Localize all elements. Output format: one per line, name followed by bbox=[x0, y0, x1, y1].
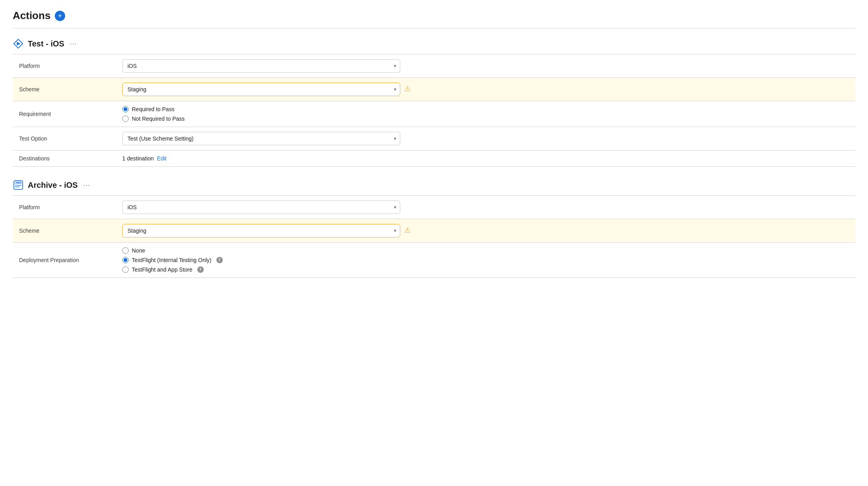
config-table-archive-ios: PlatformiOSmacOStvOSwatchOS▾SchemeStagin… bbox=[13, 195, 855, 278]
warning-icon: ⚠ bbox=[404, 226, 411, 235]
page-title: Actions bbox=[13, 10, 50, 22]
radio-item[interactable]: TestFlight (Internal Testing Only)? bbox=[122, 257, 849, 263]
radio-label: TestFlight (Internal Testing Only) bbox=[132, 257, 212, 263]
section-title-test-ios: Test - iOS bbox=[28, 39, 64, 48]
select-scheme[interactable]: StagingDevelopmentProduction bbox=[122, 83, 400, 96]
add-action-button[interactable]: + bbox=[54, 10, 66, 21]
table-row: PlatformiOSmacOStvOSwatchOS▾ bbox=[13, 54, 855, 78]
row-label: Scheme bbox=[13, 78, 116, 101]
radio-input[interactable] bbox=[122, 257, 129, 263]
select-wrapper: iOSmacOStvOSwatchOS▾ bbox=[122, 59, 400, 73]
row-value: iOSmacOStvOSwatchOS▾ bbox=[116, 54, 855, 78]
select-wrapper: StagingDevelopmentProduction▾ bbox=[122, 224, 400, 237]
row-label: Test Option bbox=[13, 127, 116, 150]
radio-group: Required to PassNot Required to Pass bbox=[122, 106, 849, 122]
radio-item[interactable]: None bbox=[122, 247, 849, 254]
help-icon[interactable]: ? bbox=[197, 266, 204, 273]
select-platform[interactable]: iOSmacOStvOSwatchOS bbox=[122, 59, 400, 73]
row-value: StagingDevelopmentProduction▾⚠ bbox=[116, 219, 855, 243]
row-label: Platform bbox=[13, 54, 116, 78]
section-header-test-ios: Test - iOS··· bbox=[13, 38, 855, 49]
config-table-test-ios: PlatformiOSmacOStvOSwatchOS▾SchemeStagin… bbox=[13, 54, 855, 167]
table-row: RequirementRequired to PassNot Required … bbox=[13, 101, 855, 127]
destinations-text: 1 destination bbox=[122, 155, 155, 162]
radio-input[interactable] bbox=[122, 116, 129, 122]
row-value: 1 destination Edit bbox=[116, 150, 855, 167]
radio-label: TestFlight and App Store bbox=[132, 266, 193, 273]
section-header-archive-ios: ARCH Archive - iOS··· bbox=[13, 179, 855, 191]
radio-label: None bbox=[132, 247, 145, 254]
test-icon bbox=[13, 38, 24, 49]
radio-label: Not Required to Pass bbox=[132, 116, 185, 122]
section-archive-ios: ARCH Archive - iOS···PlatformiOSmacOStvO… bbox=[13, 179, 855, 278]
table-row: PlatformiOSmacOStvOSwatchOS▾ bbox=[13, 196, 855, 219]
row-value: Test (Use Scheme Setting)Build for Testi… bbox=[116, 127, 855, 150]
row-value: Required to PassNot Required to Pass bbox=[116, 101, 855, 127]
warning-icon: ⚠ bbox=[404, 85, 411, 93]
header-divider bbox=[13, 28, 855, 29]
row-label: Destinations bbox=[13, 150, 116, 167]
table-row: Destinations1 destination Edit bbox=[13, 150, 855, 167]
select-wrapper: Test (Use Scheme Setting)Build for Testi… bbox=[122, 132, 400, 145]
radio-item[interactable]: Required to Pass bbox=[122, 106, 849, 112]
select-wrapper: iOSmacOStvOSwatchOS▾ bbox=[122, 201, 400, 214]
radio-group: NoneTestFlight (Internal Testing Only)?T… bbox=[122, 247, 849, 273]
row-value: StagingDevelopmentProduction▾⚠ bbox=[116, 78, 855, 101]
radio-input[interactable] bbox=[122, 106, 129, 112]
select-scheme[interactable]: StagingDevelopmentProduction bbox=[122, 224, 400, 237]
row-label: Deployment Preparation bbox=[13, 243, 116, 278]
row-label: Requirement bbox=[13, 101, 116, 127]
radio-item[interactable]: Not Required to Pass bbox=[122, 116, 849, 122]
svg-text:ARCH: ARCH bbox=[16, 182, 21, 184]
table-row: SchemeStagingDevelopmentProduction▾⚠ bbox=[13, 78, 855, 101]
radio-input[interactable] bbox=[122, 266, 129, 273]
sections-container: Test - iOS···PlatformiOSmacOStvOSwatchOS… bbox=[13, 38, 855, 278]
help-icon[interactable]: ? bbox=[216, 257, 223, 263]
radio-label: Required to Pass bbox=[132, 106, 174, 112]
radio-input[interactable] bbox=[122, 247, 129, 254]
table-row: Test OptionTest (Use Scheme Setting)Buil… bbox=[13, 127, 855, 150]
table-row: SchemeStagingDevelopmentProduction▾⚠ bbox=[13, 219, 855, 243]
row-label: Scheme bbox=[13, 219, 116, 243]
row-label: Platform bbox=[13, 196, 116, 219]
page-header: Actions + bbox=[13, 10, 855, 22]
select-platform[interactable]: iOSmacOStvOSwatchOS bbox=[122, 201, 400, 214]
row-value: NoneTestFlight (Internal Testing Only)?T… bbox=[116, 243, 855, 278]
select-test-option[interactable]: Test (Use Scheme Setting)Build for Testi… bbox=[122, 132, 400, 145]
radio-item[interactable]: TestFlight and App Store? bbox=[122, 266, 849, 273]
row-value: iOSmacOStvOSwatchOS▾ bbox=[116, 196, 855, 219]
archive-icon: ARCH bbox=[13, 179, 24, 191]
section-test-ios: Test - iOS···PlatformiOSmacOStvOSwatchOS… bbox=[13, 38, 855, 167]
add-circle-icon: + bbox=[55, 11, 65, 21]
more-button-archive-ios[interactable]: ··· bbox=[82, 180, 92, 190]
section-title-archive-ios: Archive - iOS bbox=[28, 181, 78, 190]
more-button-test-ios[interactable]: ··· bbox=[68, 39, 79, 49]
select-wrapper: StagingDevelopmentProduction▾ bbox=[122, 83, 400, 96]
table-row: Deployment PreparationNoneTestFlight (In… bbox=[13, 243, 855, 278]
edit-destinations-link[interactable]: Edit bbox=[157, 155, 166, 162]
svg-marker-0 bbox=[17, 42, 20, 45]
